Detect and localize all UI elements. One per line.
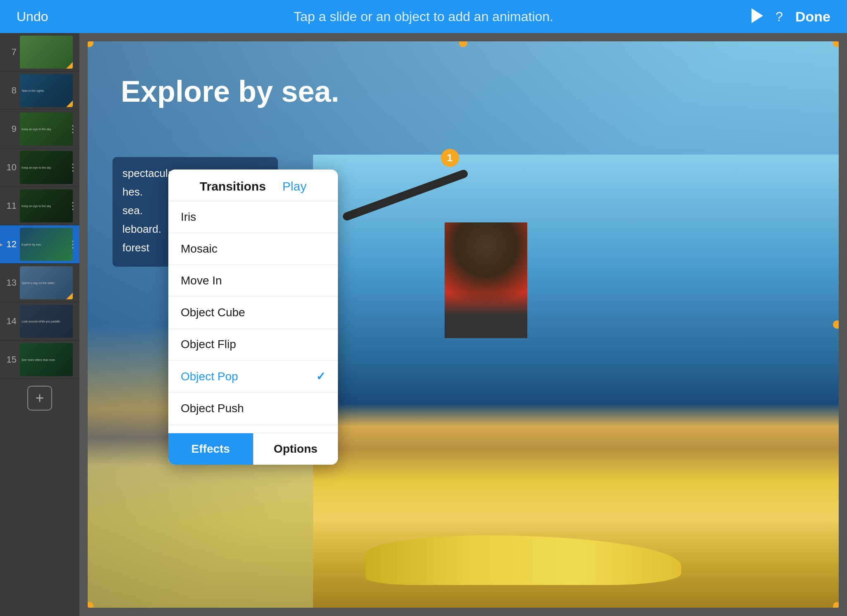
topbar-right: ? Done	[751, 8, 830, 25]
transition-item-object-flip[interactable]: Object Flip	[168, 329, 338, 361]
slide-number: 7	[3, 47, 17, 57]
topbar-left: Undo	[17, 9, 48, 24]
slide-thumbnail: Keep an eye to the sky	[20, 112, 73, 146]
transitions-list: Iris Mosaic Move In Object Cube Object F…	[168, 201, 338, 433]
slide-number: 11	[3, 201, 17, 211]
slide-thumb-8[interactable]: 8 Take in the sights.	[0, 72, 79, 110]
animation-badge: 1	[441, 149, 459, 167]
transition-item-mosaic[interactable]: Mosaic	[168, 233, 338, 265]
slide-title: Explore by sea.	[121, 74, 339, 108]
done-button[interactable]: Done	[795, 9, 830, 25]
slide-number: 9	[3, 124, 17, 134]
play-icon[interactable]	[751, 8, 763, 25]
slide-options-button[interactable]: ⋮	[68, 200, 78, 212]
slide-thumb-7[interactable]: 7	[0, 33, 79, 72]
slide-number: 13	[3, 277, 17, 288]
slide-number: 8	[3, 85, 17, 96]
slide-thumb-14[interactable]: 14 Look around while you paddle.	[0, 302, 79, 341]
transition-label: Iris	[181, 210, 196, 224]
slide-thumbnail: See more otters than ever.	[20, 343, 73, 376]
transition-label: Object Flip	[181, 338, 236, 351]
slide-thumbnail: Spend a day on the water.	[20, 266, 73, 299]
transitions-panel: Transitions Play Iris Mosaic Move In Obj…	[168, 170, 338, 465]
slide-options-button[interactable]: ⋮	[68, 239, 78, 250]
transition-item-object-zoom[interactable]: Object Zoom	[168, 425, 338, 433]
slide-thumb-11[interactable]: 11 Keep an eye to the sky ⋮	[0, 187, 79, 225]
slide-thumbnail: Keep an eye to the sky	[20, 189, 73, 222]
transition-item-object-pop[interactable]: Object Pop ✓	[168, 361, 338, 393]
slide-thumb-12[interactable]: ▸ 12 Explore by sea. ⋮	[0, 225, 79, 264]
transition-item-object-push[interactable]: Object Push	[168, 393, 338, 425]
slide-thumbnail	[20, 36, 73, 69]
options-button[interactable]: Options	[253, 433, 338, 465]
transition-label: Object Pop	[181, 370, 238, 383]
topbar: Undo Tap a slide or an object to add an …	[0, 0, 847, 33]
corner-handle-br[interactable]	[833, 602, 839, 608]
kayak-scene	[313, 155, 839, 608]
slide-number: 14	[3, 316, 17, 327]
transition-label: Object Push	[181, 402, 244, 415]
effects-button[interactable]: Effects	[168, 433, 253, 465]
paddle	[342, 169, 469, 222]
slide-panel: 7 8 Take in the sights. 9 Keep an	[0, 33, 79, 616]
transition-label: Move In	[181, 274, 222, 287]
active-arrow: ▸	[0, 240, 3, 249]
slide-thumbnail: Take in the sights.	[20, 74, 73, 107]
slide-number: 10	[3, 162, 17, 173]
slide-number: 12	[3, 239, 17, 250]
panel-header: Transitions Play	[168, 170, 338, 201]
kayak-body	[366, 535, 681, 585]
play-button[interactable]	[751, 8, 763, 23]
main-area: 7 8 Take in the sights. 9 Keep an	[0, 33, 847, 616]
transition-label: Object Cube	[181, 306, 245, 319]
add-slide-button[interactable]: +	[27, 386, 52, 411]
transition-item-object-cube[interactable]: Object Cube	[168, 297, 338, 329]
slide-options-button[interactable]: ⋮	[68, 162, 78, 173]
transition-label: Mosaic	[181, 242, 218, 255]
slide-thumb-10[interactable]: 10 Keep an eye to the sky ⋮	[0, 148, 79, 187]
transition-item-iris[interactable]: Iris	[168, 201, 338, 233]
slide-thumbnail: Look around while you paddle.	[20, 305, 73, 338]
help-button[interactable]: ?	[775, 9, 783, 24]
topbar-hint: Tap a slide or an object to add an anima…	[294, 9, 553, 24]
person-figure	[445, 222, 527, 338]
undo-button[interactable]: Undo	[17, 9, 48, 24]
slide-thumb-15[interactable]: 15 See more otters than ever.	[0, 341, 79, 379]
play-tab[interactable]: Play	[282, 179, 306, 193]
slide-thumb-13[interactable]: 13 Spend a day on the water.	[0, 264, 79, 302]
slide-canvas[interactable]: Explore by sea. spectacular hes. sea. le…	[79, 33, 847, 616]
selected-checkmark: ✓	[316, 370, 325, 383]
slide-thumb-9[interactable]: 9 Keep an eye to the sky ⋮	[0, 110, 79, 148]
transition-item-move-in[interactable]: Move In	[168, 265, 338, 297]
slide-number: 15	[3, 354, 17, 365]
corner-handle-mr[interactable]	[833, 320, 839, 329]
slide-options-button[interactable]: ⋮	[68, 123, 78, 135]
slide-thumbnail: Explore by sea.	[20, 228, 73, 261]
slide-thumbnail: Keep an eye to the sky	[20, 151, 73, 184]
panel-footer: Effects Options	[168, 433, 338, 465]
transitions-tab[interactable]: Transitions	[200, 179, 266, 193]
